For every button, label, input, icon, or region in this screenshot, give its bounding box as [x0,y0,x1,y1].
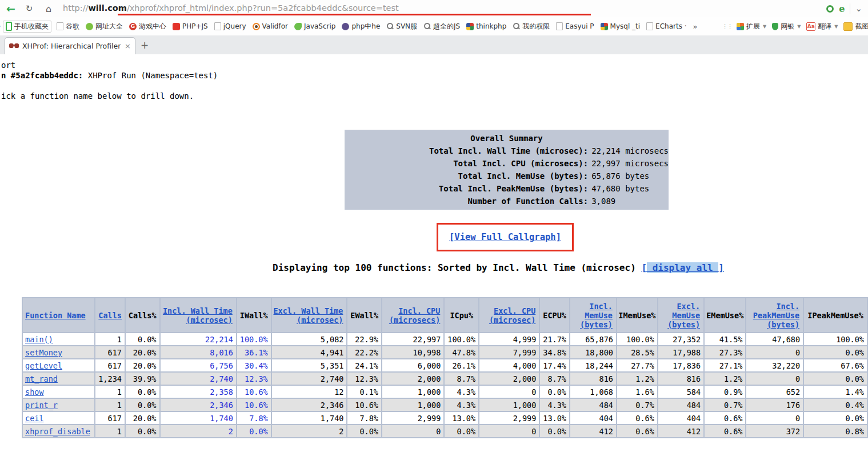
refresh-icon[interactable]: ↻ [22,3,37,14]
page-icon [646,22,653,30]
bookmark-item[interactable]: ECharts · [646,22,686,30]
function-link[interactable]: mt_rand [25,374,58,383]
bookmark-item[interactable]: php中he [342,22,380,31]
sort-link[interactable]: Incl.PeakMemUse(bytes) [753,302,799,329]
function-link[interactable]: xhprof_disable [25,427,90,436]
bookmark-item[interactable]: thinkphp [466,22,506,30]
metric-cell: 0.0% [347,425,381,437]
metric-cell: 0.0% [540,386,569,398]
bookmark-item[interactable]: PHP+JS [173,22,208,30]
bookmark-item[interactable]: JavaScrip [294,22,335,30]
home-icon[interactable]: ⌂ [41,3,56,14]
tab-bar: XHProf: Hierarchical Profiler R × + [0,35,868,55]
metric-cell: 2,740 [272,373,347,385]
metric-cell: 6,756 [161,359,236,371]
tool-translate-icon[interactable]: Aa翻译▼ [806,22,838,31]
function-link[interactable]: print_r [25,401,58,410]
bookmark-label: ECharts · [655,22,686,30]
sort-link[interactable]: Function Name [25,311,86,320]
url-red-underline [118,14,591,15]
bank-shield-icon [772,23,778,30]
bookmark-item[interactable]: 超全的JS [423,22,460,31]
speed-mode-icon[interactable] [826,5,834,13]
column-header-calls[interactable]: Calls [95,298,125,332]
address-bar[interactable]: http://will.com/xhprof/xhprof_html/index… [56,0,826,17]
column-header-function-name[interactable]: Function Name [23,298,94,332]
summary-row: Total Incl. PeakMemUse (bytes):47,680 by… [345,182,669,195]
summary-label: Number of Function Calls: [345,195,588,207]
toolbar-divider [850,3,850,14]
column-header-incl-cpu-microsecs-[interactable]: Incl. CPU(microsecs) [382,298,443,332]
bookmark-label: 网址大全 [95,22,123,31]
metric-cell: 100.0% [804,333,867,345]
view-full-callgraph-link[interactable]: [View Full Callgraph] [449,232,561,242]
summary-row: Total Incl. Wall Time (microsec):22,214 … [345,145,669,157]
metric-cell: 17,988 [658,346,703,358]
metric-cell: 5,351 [272,359,347,371]
sort-link[interactable]: Excl.MemUse(bytes) [667,302,700,329]
metric-cell: 0.6% [617,425,657,437]
metric-cell: 41.5% [705,333,745,345]
bookmark-item[interactable]: 我的权限 [513,22,550,31]
bookmark-item[interactable]: Easyui P [556,22,594,30]
metric-cell: 7.8% [347,412,381,424]
metric-cell: 816 [658,373,703,385]
function-link[interactable]: show [25,387,44,397]
functions-table: Function NameCallsCalls%Incl. Wall Time(… [22,297,868,438]
bookmark-item[interactable]: 谷歌 [57,22,79,31]
callgraph-red-box: [View Full Callgraph] [437,223,574,251]
column-header-excl-cpu-microsec-[interactable]: Excl. CPU(microsec) [479,298,539,332]
back-icon[interactable]: ← [3,2,18,15]
column-header-incl-memuse-bytes-[interactable]: Incl.MemUse(bytes) [570,298,616,332]
column-header-excl-wall-time-microsec-[interactable]: Excl. Wall Time(microsec) [272,298,347,332]
function-name-cell: show [23,386,94,398]
drilldown-hint: ick a function name below to drill down. [1,91,194,101]
sort-link[interactable]: Calls [98,311,122,320]
sort-link[interactable]: Excl. Wall Time(microsec) [273,306,343,325]
metric-cell: 2,346 [272,399,347,411]
summary-value: 22,214 microsecs [588,145,669,157]
run-heading: n #5a2fcabb4eddc: XHProf Run (Namespace=… [1,71,218,80]
sort-link[interactable]: Incl. CPU(microsecs) [389,306,440,325]
metric-cell: 10.6% [237,399,271,411]
javascript-icon [294,23,302,30]
browser-tools-group: ⋮⋮ 扩展▼网银▼Aa翻译▼截图 [722,17,868,35]
bookmarks-overflow-icon[interactable]: » [693,22,698,31]
tab-xhprof[interactable]: XHProf: Hierarchical Profiler R × [5,37,135,54]
display-all-link[interactable]: [ display all ] [641,262,724,273]
bookmarks-collapse-icon[interactable]: ▾ [0,23,1,30]
sort-link[interactable]: Incl. Wall Time(microsec) [163,306,233,325]
column-header-incl-peakmemuse-bytes-[interactable]: Incl.PeakMemUse(bytes) [746,298,803,332]
function-link[interactable]: main() [25,335,53,344]
bookmark-item[interactable]: jQuery [214,22,246,30]
bookmark-item[interactable]: 手机收藏夹 [3,21,51,33]
tool-extensions-icon[interactable]: 扩展▼ [737,22,766,31]
bookmark-label: Easyui P [565,22,594,30]
sort-link[interactable]: Incl.MemUse(bytes) [580,302,613,329]
close-icon[interactable]: × [125,42,131,50]
metric-cell: 0 [479,425,539,437]
function-link[interactable]: ceil [25,414,44,423]
column-header-excl-memuse-bytes-[interactable]: Excl.MemUse(bytes) [658,298,703,332]
sort-link[interactable]: Excl. CPU(microsec) [489,306,535,325]
bookmark-item[interactable]: G游戏中心 [129,22,166,31]
compat-mode-icon[interactable]: e [839,5,845,13]
metric-cell: 0.1% [347,386,381,398]
tool-bank-shield-icon[interactable]: 网银▼ [772,22,801,31]
bookmark-item[interactable]: SVN服 [386,22,417,31]
chevron-down-icon[interactable]: ⌄ [855,3,862,14]
bookmark-item[interactable]: Mysql _ti [601,22,641,30]
tool-screenshot-icon[interactable]: 截图 [843,22,868,31]
bookmark-item[interactable]: 网址大全 [86,22,123,31]
function-link[interactable]: getLevel [25,361,62,370]
metric-cell: 4.3% [540,399,569,411]
metric-cell: 8,016 [161,346,236,358]
function-link[interactable]: setMoney [25,348,62,357]
bookmark-item[interactable]: Validfor [253,22,288,30]
bookmark-label: JavaScrip [304,22,335,30]
new-tab-button[interactable]: + [141,39,149,51]
metric-cell: 100.0% [445,333,478,345]
metric-cell: 1.2% [617,373,657,385]
metric-cell: 2,346 [161,399,236,411]
column-header-incl-wall-time-microsec-[interactable]: Incl. Wall Time(microsec) [161,298,236,332]
